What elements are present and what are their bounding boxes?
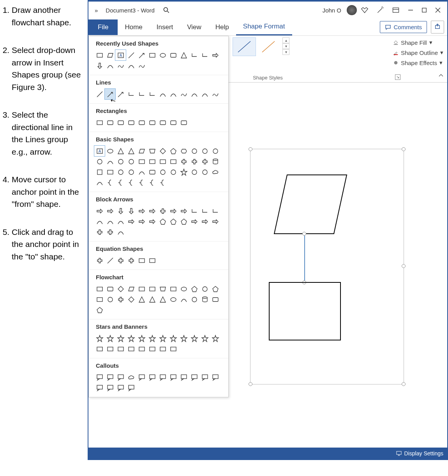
shape-style-gallery[interactable]: ▴ ▾ ▾ (233, 37, 289, 56)
tab-view[interactable]: View (180, 19, 208, 35)
shape-callout[interactable] (115, 372, 126, 383)
shape-circle[interactable] (199, 167, 210, 177)
shape-scribble[interactable] (136, 60, 147, 71)
shape-rect[interactable] (147, 284, 157, 294)
shape-callout[interactable] (136, 372, 147, 383)
shape-callout[interactable] (157, 372, 168, 383)
shape-curve[interactable] (94, 216, 105, 227)
shape-generic[interactable] (94, 167, 105, 177)
shape-plus[interactable] (94, 255, 105, 266)
shape-rect[interactable] (126, 344, 136, 354)
shape-star[interactable] (210, 333, 220, 344)
shape-tri[interactable] (115, 146, 126, 156)
shape-pent[interactable] (168, 216, 178, 227)
shape-curve[interactable] (189, 89, 199, 99)
shape-star[interactable] (178, 333, 189, 344)
shape-star[interactable] (168, 333, 178, 344)
tab-file[interactable]: File (88, 19, 118, 35)
shape-roundrect[interactable] (178, 117, 189, 128)
shape-plus[interactable] (157, 206, 168, 216)
shape-brace[interactable] (105, 177, 115, 188)
shape-curve[interactable] (94, 177, 105, 188)
shape-circle[interactable] (115, 156, 126, 167)
shape-tri[interactable] (147, 294, 157, 305)
minimize-button[interactable] (404, 2, 418, 19)
shape-para[interactable] (105, 50, 115, 60)
shape-curve[interactable] (157, 89, 168, 99)
shape-brace[interactable] (136, 177, 147, 188)
gallery-down-icon[interactable]: ▾ (282, 43, 289, 49)
tab-shape-format[interactable]: Shape Format (236, 19, 292, 35)
gallery-up-icon[interactable]: ▴ (282, 37, 289, 43)
shape-rect[interactable] (136, 255, 147, 266)
shape-arrowR[interactable] (126, 216, 136, 227)
shape-elbow[interactable] (189, 206, 199, 216)
shape-circle[interactable] (199, 146, 210, 156)
shape-rect[interactable] (157, 344, 168, 354)
shape-pent[interactable] (210, 284, 220, 294)
shape-callout[interactable] (126, 383, 136, 393)
shape-line[interactable] (126, 50, 136, 60)
shape-cloud[interactable] (126, 372, 136, 383)
shape-para[interactable] (136, 146, 147, 156)
shape-para[interactable] (126, 284, 136, 294)
shape-callout[interactable] (210, 372, 220, 383)
shape-roundrect[interactable] (168, 50, 178, 60)
shape-rect[interactable] (94, 344, 105, 354)
user-name[interactable]: John O (319, 2, 345, 19)
shape-scribble[interactable] (115, 60, 126, 71)
shape-pent[interactable] (157, 216, 168, 227)
shape-star[interactable] (136, 333, 147, 344)
connector-handle[interactable] (302, 232, 306, 236)
shape-arrowR[interactable] (210, 50, 220, 60)
maximize-button[interactable] (418, 2, 431, 19)
ribbon-collapse-icon[interactable] (438, 72, 444, 80)
magic-icon[interactable] (372, 2, 388, 19)
shape-plus[interactable] (94, 227, 105, 237)
shape-star[interactable] (189, 333, 199, 344)
shape-tri[interactable] (178, 50, 189, 60)
selection-handle[interactable] (402, 147, 406, 151)
shape-roundrect[interactable] (210, 294, 220, 305)
shape-arrowR[interactable] (94, 206, 105, 216)
shape-textbox[interactable]: A (94, 146, 105, 156)
shape-circle[interactable] (115, 167, 126, 177)
shape-plus[interactable] (199, 156, 210, 167)
shape-circle[interactable] (189, 294, 199, 305)
shape-elbow[interactable] (199, 50, 210, 60)
shape-brace[interactable] (126, 177, 136, 188)
shape-arrowR[interactable] (178, 206, 189, 216)
shape-arrowR[interactable] (147, 216, 157, 227)
shape-tri[interactable] (157, 294, 168, 305)
shape-cloud[interactable] (210, 167, 220, 177)
flowchart-parallelogram[interactable] (273, 174, 347, 234)
shape-diamond[interactable] (157, 146, 168, 156)
shape-curve[interactable] (178, 294, 189, 305)
shape-rect[interactable] (105, 344, 115, 354)
shape-roundrect[interactable] (105, 284, 115, 294)
shape-rect[interactable] (105, 167, 115, 177)
shape-cylinder[interactable] (199, 294, 210, 305)
shape-trap[interactable] (147, 146, 157, 156)
shape-linearrow[interactable] (115, 89, 126, 99)
shape-arrowR[interactable] (136, 206, 147, 216)
style-preview-2[interactable] (257, 37, 280, 56)
shape-diamond[interactable] (115, 284, 126, 294)
shape-callout[interactable] (115, 383, 126, 393)
shape-arrowR[interactable] (168, 206, 178, 216)
shape-elbow[interactable] (147, 89, 157, 99)
close-button[interactable] (431, 2, 445, 19)
shape-rect[interactable] (168, 344, 178, 354)
shape-fill-button[interactable]: Shape Fill ▾ (392, 37, 444, 48)
shape-rect[interactable] (147, 50, 157, 60)
shape-star[interactable] (126, 333, 136, 344)
shape-curve[interactable] (105, 216, 115, 227)
style-preview-1[interactable] (233, 37, 256, 56)
shape-callout[interactable] (105, 372, 115, 383)
shape-rect[interactable] (168, 284, 178, 294)
overflow-button[interactable]: » (91, 2, 102, 19)
shape-star[interactable] (178, 167, 189, 177)
shape-brace[interactable] (147, 177, 157, 188)
share-button[interactable] (431, 21, 444, 33)
shape-oval[interactable] (168, 294, 178, 305)
